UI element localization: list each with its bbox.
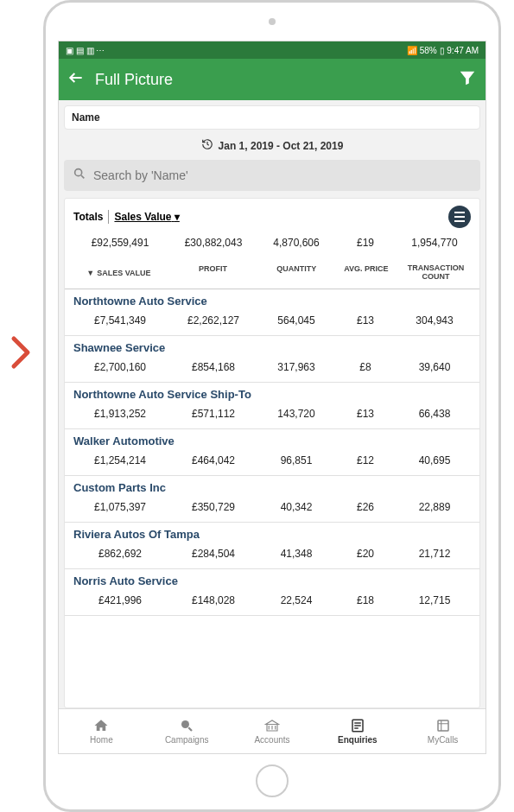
- date-range-bar[interactable]: Jan 1, 2019 - Oct 21, 2019: [59, 135, 485, 160]
- search-row[interactable]: [64, 160, 480, 191]
- total-trans: 1,954,770: [397, 237, 473, 249]
- col-sales-value[interactable]: ▼ SALES VALUE: [70, 264, 168, 282]
- table-row[interactable]: Northtowne Auto Service £7,541,349 £2,26…: [65, 289, 479, 336]
- cell-trans: 39,640: [397, 361, 473, 373]
- cell-sales: £1,075,397: [72, 501, 168, 513]
- cell-qty: 41,348: [258, 548, 334, 560]
- cell-profit: £571,112: [168, 408, 258, 420]
- col-quantity[interactable]: QUANTITY: [258, 264, 335, 282]
- cell-profit: £148,028: [168, 594, 258, 606]
- nav-mycalls[interactable]: MyCalls: [400, 709, 485, 753]
- app-bar: Full Picture: [59, 59, 485, 100]
- cell-qty: 22,524: [258, 594, 334, 606]
- app-screen: ▣ ▤ ▥ ⋯ 📶 58% ▯ 9:47 AM Full Picture Nam…: [58, 41, 486, 754]
- svg-rect-3: [438, 720, 448, 731]
- cell-profit: £350,729: [168, 501, 258, 513]
- cell-sales: £862,692: [72, 548, 168, 560]
- sort-by-dropdown[interactable]: Sales Value ▾: [114, 211, 179, 223]
- cell-avg: £26: [334, 501, 397, 513]
- table-row[interactable]: Shawnee Service £2,700,160 £854,168 317,…: [65, 336, 479, 383]
- row-values: £1,075,397 £350,729 40,342 £26 22,889: [65, 496, 479, 522]
- cell-avg: £18: [334, 594, 397, 606]
- col-avg-price[interactable]: AVG. PRICE: [335, 264, 398, 282]
- search-input[interactable]: [93, 168, 472, 182]
- page-title: Full Picture: [95, 71, 458, 89]
- cell-sales: £7,541,349: [72, 314, 168, 327]
- history-icon: [201, 138, 213, 153]
- battery-icon: ▯: [440, 46, 447, 55]
- back-icon[interactable]: [67, 69, 85, 90]
- cell-trans: 40,695: [397, 454, 473, 466]
- cell-sales: £1,913,252: [72, 408, 168, 420]
- total-profit: £30,882,043: [168, 237, 258, 249]
- totals-label: Totals: [73, 211, 103, 223]
- sort-by-label: Sales Value: [114, 211, 171, 223]
- row-name: Norris Auto Service: [65, 574, 479, 589]
- row-name: Northtowne Auto Service: [65, 295, 479, 309]
- clock-text: 9:47 AM: [447, 46, 479, 55]
- total-avg: £19: [334, 237, 397, 249]
- table-row[interactable]: Custom Parts Inc £1,075,397 £350,729 40,…: [65, 476, 479, 523]
- row-values: £1,254,214 £464,042 96,851 £12 40,695: [65, 449, 479, 475]
- chevron-down-icon: ▾: [175, 211, 180, 223]
- data-panel: Totals Sales Value ▾ £92,559,491 £30,882…: [64, 198, 480, 708]
- column-headers: ▼ SALES VALUE PROFIT QUANTITY AVG. PRICE…: [65, 257, 479, 289]
- status-bar: ▣ ▤ ▥ ⋯ 📶 58% ▯ 9:47 AM: [59, 41, 485, 59]
- nav-enquiries[interactable]: Enquiries: [314, 709, 400, 753]
- table-row[interactable]: Riviera Autos Of Tampa £862,692 £284,504…: [65, 523, 479, 569]
- nav-accounts-label: Accounts: [254, 735, 289, 745]
- cell-sales: £2,700,160: [72, 361, 168, 373]
- table-row[interactable]: Norris Auto Service £421,996 £148,028 22…: [65, 569, 479, 616]
- nav-enquiries-label: Enquiries: [338, 735, 378, 745]
- nav-campaigns-label: Campaigns: [165, 735, 209, 745]
- table-row[interactable]: Walker Automotive £1,254,214 £464,042 96…: [65, 429, 479, 476]
- search-icon: [73, 167, 86, 184]
- totals-values: £92,559,491 £30,882,043 4,870,606 £19 1,…: [65, 232, 479, 257]
- cell-avg: £8: [334, 361, 397, 373]
- cell-qty: 317,963: [258, 361, 334, 373]
- status-icons-left: ▣ ▤ ▥ ⋯: [66, 46, 105, 55]
- cell-profit: £464,042: [168, 454, 258, 466]
- nav-campaigns[interactable]: Campaigns: [144, 709, 230, 753]
- svg-point-0: [75, 169, 82, 176]
- menu-icon[interactable]: [448, 206, 471, 228]
- row-values: £1,913,252 £571,112 143,720 £13 66,438: [65, 403, 479, 428]
- row-name: Custom Parts Inc: [65, 481, 479, 496]
- cell-avg: £20: [334, 548, 397, 560]
- external-chevron-icon: [9, 335, 33, 373]
- date-range-text: Jan 1, 2019 - Oct 21, 2019: [219, 140, 344, 152]
- cell-avg: £13: [334, 408, 397, 420]
- col-profit[interactable]: PROFIT: [168, 264, 258, 282]
- tablet-frame: ▣ ▤ ▥ ⋯ 📶 58% ▯ 9:47 AM Full Picture Nam…: [43, 0, 501, 812]
- row-name: Shawnee Service: [65, 341, 479, 356]
- table-row[interactable]: Northtowne Auto Service Ship-To £1,913,2…: [65, 383, 479, 429]
- cell-qty: 40,342: [258, 501, 334, 513]
- row-values: £2,700,160 £854,168 317,963 £8 39,640: [65, 356, 479, 382]
- wifi-icon: 📶: [407, 46, 420, 55]
- cell-profit: £854,168: [168, 361, 258, 373]
- totals-header: Totals Sales Value ▾: [65, 199, 479, 232]
- cell-trans: 304,943: [397, 314, 473, 327]
- sort-desc-icon: ▼: [86, 269, 94, 277]
- col-transaction-count[interactable]: TRANSACTION COUNT: [397, 264, 474, 282]
- bottom-nav: Home Campaigns Accounts Enquiries MyCall…: [59, 708, 485, 753]
- nav-accounts[interactable]: Accounts: [230, 709, 315, 753]
- data-rows[interactable]: Northtowne Auto Service £7,541,349 £2,26…: [65, 289, 479, 707]
- cell-qty: 143,720: [258, 408, 334, 420]
- cell-trans: 21,712: [397, 548, 473, 560]
- nav-mycalls-label: MyCalls: [428, 735, 459, 745]
- row-values: £421,996 £148,028 22,524 £18 12,715: [65, 589, 479, 615]
- filter-icon[interactable]: [458, 68, 477, 91]
- status-right: 📶 58% ▯ 9:47 AM: [407, 46, 479, 55]
- row-name: Walker Automotive: [65, 435, 479, 449]
- cell-profit: £2,262,127: [168, 314, 258, 327]
- battery-text: 58%: [420, 46, 437, 55]
- cell-trans: 12,715: [397, 594, 473, 606]
- cell-sales: £1,254,214: [72, 454, 168, 466]
- cell-qty: 564,045: [258, 314, 334, 327]
- name-card[interactable]: Name: [64, 105, 480, 130]
- cell-avg: £12: [334, 454, 397, 466]
- home-button[interactable]: [256, 764, 289, 797]
- row-values: £7,541,349 £2,262,127 564,045 £13 304,94…: [65, 309, 479, 335]
- nav-home[interactable]: Home: [59, 709, 144, 753]
